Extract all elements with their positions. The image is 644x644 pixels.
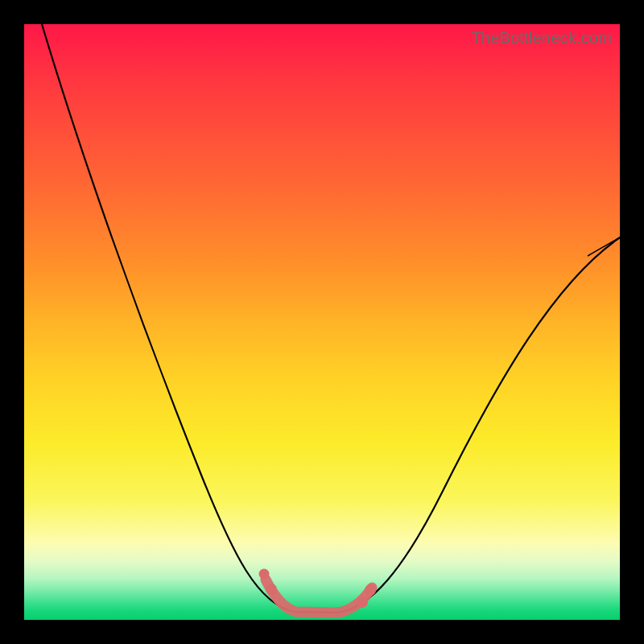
marker-dot [357,597,368,608]
marker-dot [259,569,270,580]
plot-area: TheBottleneck.com [24,24,620,620]
optimal-range-band [266,580,372,613]
bottleneck-curve [42,24,620,613]
curve-svg [24,24,620,620]
marker-dot [365,584,376,596]
marker-dot [266,584,277,595]
chart-stage: TheBottleneck.com [0,0,644,644]
bottleneck-curve-right-tail [588,237,620,256]
